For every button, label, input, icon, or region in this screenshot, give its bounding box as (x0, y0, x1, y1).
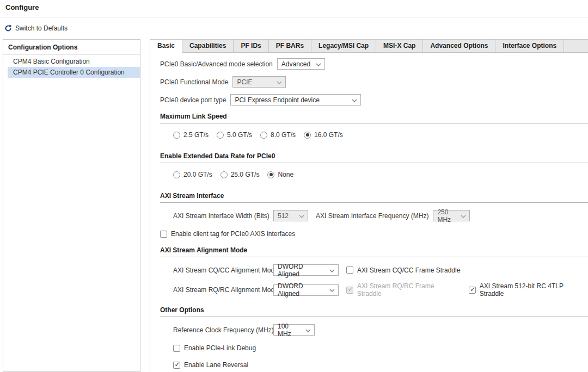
checkbox-icon (346, 287, 353, 294)
radio-icon (217, 132, 224, 139)
extended-data-rate-radio-row: 20.0 GT/s 25.0 GT/s None (173, 170, 588, 179)
checkbox-label: AXI Stream CQ/CC Frame Straddle (357, 266, 460, 274)
chevron-down-icon (325, 286, 335, 294)
checkbox-icon (346, 266, 353, 274)
radio-label: None (278, 171, 293, 178)
rqrc-frame-straddle-checkbox: AXI Stream RQ/RC Frame Straddle (346, 282, 459, 297)
tabstrip: Basic Capabilities PF IDs PF BARs Legacy… (150, 40, 588, 53)
mode-selection-dropdown[interactable]: Advanced (277, 58, 325, 70)
checkbox-label: Enable Lane Reversal (184, 361, 248, 369)
device-port-type-row: PCIe0 device port type PCI Express Endpo… (160, 94, 588, 106)
switch-to-defaults-button[interactable]: Switch to Defaults (4, 24, 68, 32)
axi-interface-row: AXI Stream Interface Width (Bits) 512 AX… (173, 210, 588, 221)
checkbox-label: Enable client tag for PCIe0 AXIS interfa… (171, 230, 295, 238)
section-maximum-link-speed: Maximum Link Speed (160, 113, 588, 123)
tab-msi-x-cap[interactable]: MSI-X Cap (376, 40, 423, 52)
sidebar-header: Configuration Options (3, 40, 140, 55)
radio-icon (173, 132, 180, 139)
radio-none[interactable]: None (267, 171, 293, 178)
mode-selection-row: PCIe0 Basic/Advanced mode selection Adva… (160, 58, 588, 70)
enable-client-tag-checkbox[interactable]: Enable client tag for PCIe0 AXIS interfa… (160, 230, 295, 238)
radio-label: 2.5 GT/s (183, 131, 209, 139)
lane-reversal-row: Enable Lane Reversal (173, 361, 588, 369)
radio-16-0-gts[interactable]: 16.0 GT/s (304, 131, 343, 139)
radio-label: 8.0 GT/s (271, 131, 296, 139)
axi-width-label: AXI Stream Interface Width (Bits) (173, 212, 269, 220)
chevron-down-icon (347, 96, 357, 104)
tab-capabilities[interactable]: Capabilities (182, 40, 234, 52)
chevron-down-icon (272, 78, 282, 86)
radio-icon (173, 171, 180, 178)
radio-25-0-gts[interactable]: 25.0 GT/s (220, 171, 260, 178)
functional-mode-value: PCIE (237, 78, 252, 86)
section-extended-data-rate: Enable Extended Data Rate for PCIe0 (160, 152, 588, 163)
checkbox-icon (173, 345, 180, 352)
checkbox-label: AXI Stream 512-bit RC 4TLP Straddle (480, 282, 588, 297)
chevron-down-icon (311, 60, 321, 68)
ref-clock-dropdown[interactable]: 100 MHz (273, 324, 315, 336)
configuration-panel: Basic Capabilities PF IDs PF BARs Legacy… (150, 39, 588, 372)
axi-width-value: 512 (278, 212, 289, 220)
configuration-options-sidebar: Configuration Options CPM4 Basic Configu… (3, 39, 140, 372)
radio-label: 25.0 GT/s (231, 171, 260, 178)
tab-basic[interactable]: Basic (150, 40, 182, 53)
chevron-down-icon (456, 212, 466, 220)
chevron-down-icon (325, 266, 335, 274)
pcie-link-debug-row: Enable PCIe-Link Debug (173, 344, 588, 352)
tab-pf-bars[interactable]: PF BARs (269, 40, 311, 52)
checkbox-label: Enable PCIe-Link Debug (184, 344, 256, 352)
page-title: Configure (5, 3, 39, 11)
cqcc-alignment-dropdown[interactable]: DWORD Aligned (273, 264, 339, 276)
toolbar: Switch to Defaults (0, 17, 588, 39)
axi-freq-dropdown: 250 MHz (433, 210, 470, 221)
tab-legacy-msi-cap[interactable]: Legacy/MSI Cap (311, 40, 376, 52)
radio-5-0-gts[interactable]: 5.0 GT/s (217, 131, 252, 139)
refresh-icon (4, 24, 12, 32)
sidebar-item-cpm4-basic-configuration[interactable]: CPM4 Basic Configuration (8, 56, 140, 67)
rqrc-alignment-value: DWORD Aligned (278, 282, 325, 297)
rqrc-alignment-dropdown[interactable]: DWORD Aligned (273, 284, 339, 296)
checkbox-icon (160, 231, 167, 238)
mode-selection-label: PCIe0 Basic/Advanced mode selection (160, 60, 273, 68)
ref-clock-value: 100 MHz (278, 323, 301, 338)
enable-pcie-link-debug-checkbox[interactable]: Enable PCIe-Link Debug (173, 344, 256, 352)
section-other-options: Other Options (160, 306, 588, 317)
sidebar-item-cpm4-pcie-controller-0-configuration[interactable]: CPM4 PCIE Controller 0 Configuration (8, 67, 140, 78)
switch-to-defaults-label: Switch to Defaults (15, 24, 68, 32)
functional-mode-row: PCIe0 Functional Mode PCIE (160, 76, 588, 88)
client-tag-row: Enable client tag for PCIe0 AXIS interfa… (160, 230, 588, 238)
ref-clock-label: Reference Clock Frequency (MHz) (173, 326, 269, 334)
chevron-down-icon (295, 212, 304, 220)
rc-4tlp-straddle-checkbox[interactable]: AXI Stream 512-bit RC 4TLP Straddle (469, 282, 588, 297)
radio-icon (260, 132, 267, 139)
radio-8-0-gts[interactable]: 8.0 GT/s (260, 131, 296, 139)
section-axi-stream-interface: AXI Stream Interface (160, 192, 588, 203)
mode-selection-value: Advanced (281, 60, 310, 68)
rqrc-alignment-label: AXI Stream RQ/RC Alignment Mode (173, 286, 269, 294)
tab-pf-ids[interactable]: PF IDs (234, 40, 268, 52)
ref-clock-row: Reference Clock Frequency (MHz) 100 MHz (173, 324, 588, 336)
device-port-type-label: PCIe0 device port type (160, 96, 226, 104)
radio-icon (267, 171, 274, 178)
radio-icon (220, 171, 228, 178)
tab-interface-options[interactable]: Interface Options (495, 40, 564, 52)
radio-20-0-gts[interactable]: 20.0 GT/s (173, 171, 212, 178)
tab-advanced-options[interactable]: Advanced Options (423, 40, 495, 52)
radio-label: 5.0 GT/s (227, 131, 252, 139)
main-area: Configuration Options CPM4 Basic Configu… (3, 39, 588, 372)
radio-2-5-gts[interactable]: 2.5 GT/s (173, 131, 209, 139)
checkbox-icon (173, 362, 180, 369)
cqcc-frame-straddle-checkbox[interactable]: AXI Stream CQ/CC Frame Straddle (346, 266, 460, 274)
device-port-type-value: PCI Express Endpoint device (235, 96, 319, 104)
enable-lane-reversal-checkbox[interactable]: Enable Lane Reversal (173, 361, 248, 369)
radio-label: 20.0 GT/s (183, 171, 212, 178)
axi-freq-value: 250 MHz (437, 208, 456, 224)
functional-mode-dropdown: PCIE (232, 76, 286, 88)
device-port-type-dropdown[interactable]: PCI Express Endpoint device (230, 94, 361, 106)
cqcc-alignment-row: AXI Stream CQ/CC Alignment Mode DWORD Al… (173, 264, 588, 276)
cqcc-alignment-label: AXI Stream CQ/CC Alignment Mode (173, 266, 269, 274)
sidebar-list: CPM4 Basic Configuration CPM4 PCIE Contr… (3, 55, 140, 78)
titlebar: Configure (0, 0, 588, 17)
rqrc-alignment-row: AXI Stream RQ/RC Alignment Mode DWORD Al… (173, 282, 588, 297)
checkbox-label: AXI Stream RQ/RC Frame Straddle (357, 282, 459, 297)
